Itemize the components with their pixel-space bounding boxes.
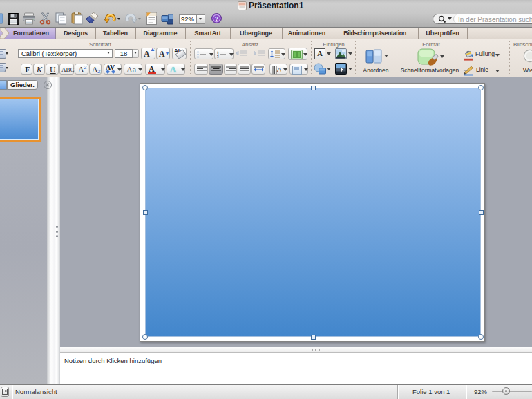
svg-text:?: ? [215, 15, 219, 22]
svg-text:A: A [277, 66, 281, 73]
svg-text:3: 3 [217, 55, 219, 58]
